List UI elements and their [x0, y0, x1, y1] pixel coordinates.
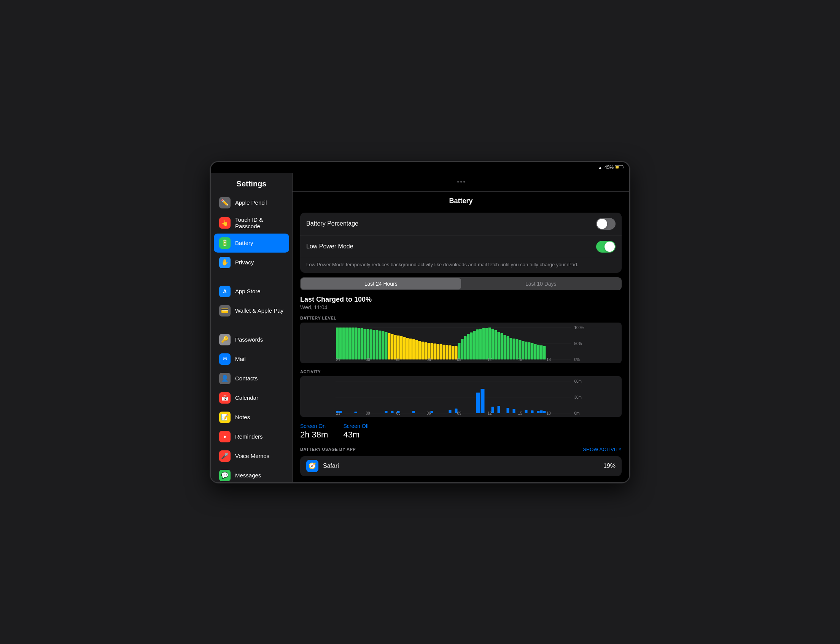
sidebar-item-wallet[interactable]: 💳 Wallet & Apple Pay	[214, 301, 289, 320]
usage-title: BATTERY USAGE BY APP	[300, 447, 356, 452]
safari-usage-percent: 19%	[603, 463, 616, 470]
svg-rect-17	[370, 329, 372, 360]
battery-percentage-toggle[interactable]	[596, 218, 616, 230]
svg-rect-33	[419, 341, 421, 360]
svg-text:21: 21	[336, 411, 341, 416]
screen-on-value: 2h 38m	[300, 430, 328, 440]
sidebar-label-reminders: Reminders	[235, 433, 263, 440]
sidebar-item-contacts[interactable]: 👤 Contacts	[214, 369, 289, 388]
svg-rect-9	[345, 327, 348, 360]
svg-rect-103	[507, 408, 510, 413]
svg-text:18: 18	[547, 411, 551, 416]
svg-rect-6	[336, 327, 339, 360]
svg-rect-25	[394, 335, 397, 360]
segment-last-24h[interactable]: Last 24 Hours	[301, 278, 461, 289]
svg-rect-61	[504, 335, 506, 360]
svg-rect-60	[501, 333, 503, 360]
svg-rect-34	[421, 342, 424, 360]
svg-rect-21	[382, 331, 385, 360]
sidebar-item-messages[interactable]: 💬 Messages	[214, 466, 289, 482]
sidebar-label-privacy: Privacy	[235, 259, 254, 266]
sidebar-item-touch-id[interactable]: 👆 Touch ID & Passcode	[214, 213, 289, 233]
safari-usage-name: Safari	[323, 463, 599, 470]
svg-rect-39	[437, 344, 439, 360]
svg-rect-53	[479, 329, 482, 360]
wifi-icon: ▲	[598, 165, 602, 170]
detail-header	[293, 173, 629, 192]
battery-percentage-label: Battery Percentage	[306, 220, 358, 227]
segment-last-10d[interactable]: Last 10 Days	[461, 278, 621, 289]
sidebar: Settings ✏️ Apple Pencil 👆 Touch ID & Pa…	[211, 173, 293, 482]
low-power-description: Low Power Mode temporarily reduces backg…	[300, 258, 621, 273]
svg-text:0m: 0m	[574, 411, 580, 416]
svg-rect-48	[464, 336, 467, 360]
wallet-icon: 💳	[219, 305, 230, 317]
svg-rect-47	[461, 339, 464, 360]
svg-rect-58	[495, 330, 497, 360]
status-bar: ▲ 45%	[211, 162, 629, 173]
app-usage-row-safari[interactable]: 🧭 Safari 19%	[300, 456, 621, 476]
low-power-mode-toggle[interactable]	[596, 241, 616, 253]
sidebar-label-messages: Messages	[235, 472, 261, 478]
svg-rect-30	[409, 338, 412, 360]
dot-1	[457, 181, 459, 182]
svg-rect-67	[522, 341, 524, 360]
last-charged-title: Last Charged to 100%	[300, 296, 621, 304]
svg-rect-105	[525, 410, 528, 413]
svg-rect-24	[391, 334, 394, 360]
sidebar-item-calendar[interactable]: 📅 Calendar	[214, 388, 289, 407]
svg-text:100%: 100%	[574, 325, 584, 330]
sidebar-item-reminders[interactable]: ● Reminders	[214, 427, 289, 446]
sidebar-item-privacy[interactable]: ✋ Privacy	[214, 253, 289, 272]
svg-rect-108	[540, 411, 543, 413]
show-activity-button[interactable]: SHOW ACTIVITY	[583, 447, 621, 452]
svg-text:03: 03	[396, 411, 401, 416]
screen-off-stat: Screen Off 43m	[343, 423, 369, 440]
sidebar-item-battery[interactable]: 🔋 Battery	[214, 233, 289, 253]
svg-rect-46	[458, 343, 461, 360]
svg-text:15: 15	[518, 358, 523, 362]
sidebar-item-app-store[interactable]: A App Store	[214, 282, 289, 301]
dots-menu[interactable]	[457, 181, 465, 182]
reminders-icon: ●	[219, 431, 230, 442]
sidebar-label-apple-pencil: Apple Pencil	[235, 199, 267, 206]
safari-usage-icon: 🧭	[306, 460, 319, 472]
touch-id-icon: 👆	[219, 217, 230, 228]
sidebar-item-notes[interactable]: 📝 Notes	[214, 408, 289, 427]
sidebar-label-mail: Mail	[235, 356, 246, 362]
calendar-icon: 📅	[219, 392, 230, 404]
passwords-icon: 🔑	[219, 334, 230, 345]
sidebar-item-mail[interactable]: ✉ Mail	[214, 350, 289, 369]
svg-rect-74	[543, 346, 546, 360]
sidebar-label-passwords: Passwords	[235, 336, 263, 343]
screen-on-stat: Screen On 2h 38m	[300, 423, 328, 440]
svg-rect-43	[449, 345, 452, 360]
low-power-mode-toggle-knob	[605, 242, 615, 252]
mail-icon: ✉	[219, 353, 230, 365]
screen-off-label: Screen Off	[343, 423, 369, 429]
svg-rect-56	[488, 327, 491, 360]
sidebar-item-voice-memos[interactable]: 🎤 Voice Memos	[214, 447, 289, 466]
battery-usage-section: BATTERY USAGE BY APP SHOW ACTIVITY 🧭 Saf…	[300, 447, 621, 476]
ipad-frame: ▲ 45% Settings ✏️ Apple Pencil 👆 To	[210, 161, 630, 483]
sidebar-label-wallet: Wallet & Apple Pay	[235, 307, 283, 314]
svg-rect-31	[413, 339, 415, 360]
svg-text:12: 12	[488, 358, 492, 362]
svg-rect-73	[540, 345, 543, 360]
sidebar-label-contacts: Contacts	[235, 375, 258, 381]
svg-text:15: 15	[518, 411, 523, 416]
svg-rect-106	[531, 411, 534, 413]
sidebar-label-voice-memos: Voice Memos	[235, 453, 270, 459]
svg-rect-15	[364, 329, 367, 360]
battery-percent-text: 45%	[605, 165, 614, 170]
svg-rect-50	[470, 332, 473, 360]
sidebar-item-apple-pencil[interactable]: ✏️ Apple Pencil	[214, 193, 289, 212]
last-charged-section: Last Charged to 100% Wed, 11:04	[300, 296, 621, 310]
battery-level-section: BATTERY LEVEL 100% 50% 0%	[300, 316, 621, 363]
svg-rect-28	[403, 337, 406, 360]
sidebar-item-passwords[interactable]: 🔑 Passwords	[214, 330, 289, 349]
time-range-segment[interactable]: Last 24 Hours Last 10 Days	[300, 277, 621, 290]
sidebar-label-notes: Notes	[235, 414, 250, 421]
sidebar-group-1: ✏️ Apple Pencil 👆 Touch ID & Passcode 🔋 …	[211, 193, 292, 273]
battery-level-label: BATTERY LEVEL	[300, 316, 621, 320]
